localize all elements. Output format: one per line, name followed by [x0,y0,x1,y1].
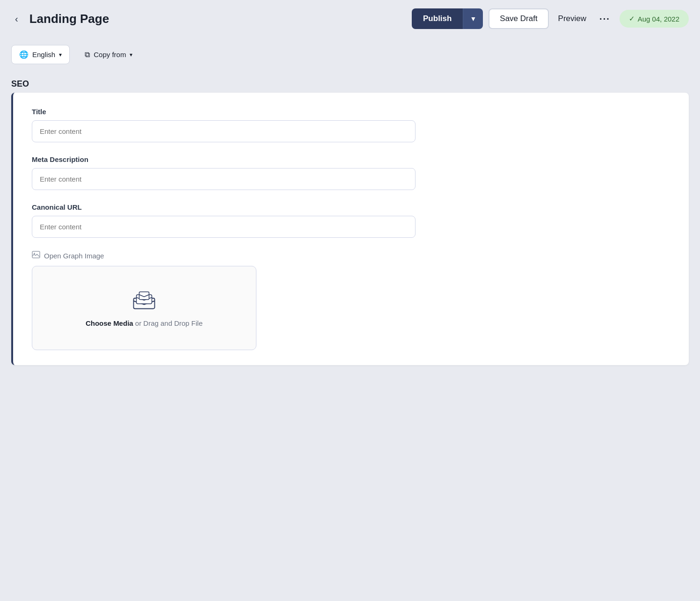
seo-form-card: Title Meta Description Canonical URL [11,93,689,365]
title-label: Title [32,108,670,116]
canonical-url-form-group: Canonical URL [32,203,670,238]
title-form-group: Title [32,108,670,142]
seo-section-header: SEO [11,72,689,93]
title-input[interactable] [32,120,416,142]
media-box-icon [130,289,158,313]
more-options-button[interactable]: ··· [596,9,614,29]
og-image-text: Open Graph Image [44,252,104,260]
globe-icon: 🌐 [19,50,29,59]
main-content: SEO Title Meta Description Canonical URL [0,72,700,376]
copy-from-button[interactable]: ⧉ Copy from ▾ [77,46,140,64]
copy-from-chevron-icon: ▾ [130,51,132,58]
meta-desc-form-group: Meta Description [32,155,670,190]
publish-button[interactable]: Publish [412,8,463,29]
copy-icon: ⧉ [85,51,90,59]
drag-drop-label: or Drag and Drop File [133,319,203,327]
save-draft-button[interactable]: Save Draft [489,8,548,29]
canonical-url-input[interactable] [32,216,416,238]
date-badge: ✓ Aug 04, 2022 [620,10,689,28]
publish-dropdown-button[interactable]: ▼ [463,8,483,29]
media-upload-text: Choose Media or Drag and Drop File [86,319,203,327]
header-actions: Publish ▼ Save Draft Preview ··· ✓ Aug 0… [412,8,689,29]
publish-dropdown-icon: ▼ [470,15,476,22]
og-image-form-group: Open Graph Image Choose Media or Drag an… [32,251,670,350]
media-upload-area[interactable]: Choose Media or Drag and Drop File [32,266,256,350]
header: ‹ Landing Page Publish ▼ Save Draft Prev… [0,0,700,37]
publish-button-group: Publish ▼ [412,8,483,29]
meta-desc-label: Meta Description [32,155,670,163]
back-icon: ‹ [15,14,18,24]
preview-button[interactable]: Preview [554,9,590,28]
check-icon: ✓ [629,15,635,23]
language-chevron-icon: ▾ [59,51,62,58]
back-button[interactable]: ‹ [11,10,22,28]
svg-rect-4 [139,292,149,300]
date-text: Aug 04, 2022 [638,15,679,23]
toolbar: 🌐 English ▾ ⧉ Copy from ▾ [0,37,700,72]
choose-media-label: Choose Media [86,319,133,327]
page-title: Landing Page [29,12,404,26]
canonical-url-label: Canonical URL [32,203,670,211]
meta-desc-input[interactable] [32,168,416,190]
language-button[interactable]: 🌐 English ▾ [11,45,70,64]
og-image-label: Open Graph Image [32,251,670,260]
og-image-icon [32,251,40,260]
copy-from-label: Copy from [94,51,126,59]
language-label: English [32,51,55,59]
